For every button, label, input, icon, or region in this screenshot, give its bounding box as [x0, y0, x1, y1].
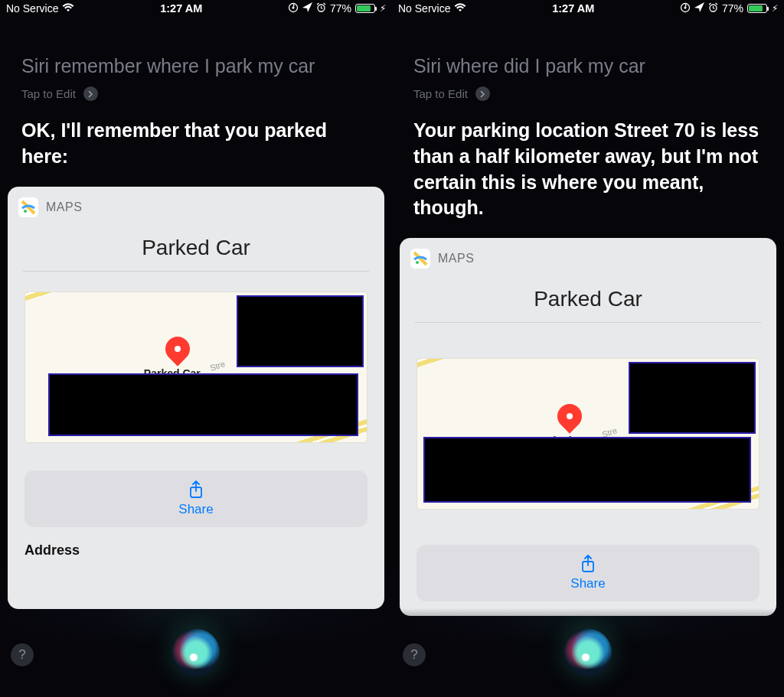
rotation-lock-icon — [288, 2, 299, 15]
siri-response-text: OK, I'll remember that you parked here: — [0, 101, 392, 170]
alarm-clock-icon — [316, 2, 326, 15]
card-app-label: MAPS — [438, 252, 474, 265]
battery-pct: 77% — [722, 2, 743, 15]
redacted-block — [48, 373, 358, 436]
street-label-fragment: Stre — [208, 359, 226, 373]
divider — [415, 322, 761, 323]
status-time: 1:27 AM — [160, 2, 202, 15]
card-title: Parked Car — [8, 225, 384, 271]
redacted-block — [629, 362, 756, 434]
card-title: Parked Car — [400, 276, 776, 322]
tap-to-edit-label: Tap to Edit — [21, 87, 76, 100]
status-bar: No Service 1:27 AM 77% ⚡︎ — [0, 0, 392, 17]
maps-card: MAPS Parked Car Parked Car Stre Share Ad… — [8, 187, 384, 609]
siri-orb-icon[interactable] — [172, 629, 220, 676]
alarm-clock-icon — [708, 2, 718, 15]
map-snapshot[interactable]: Parked Car Stre — [416, 358, 760, 510]
svg-point-4 — [24, 210, 27, 213]
siri-query-text: Siri remember where I park my car — [21, 55, 371, 77]
share-button[interactable]: Share — [416, 545, 760, 601]
siri-screen-remember: No Service 1:27 AM 77% ⚡︎ Siri remember … — [0, 0, 392, 697]
siri-bottom-bar: ? — [0, 608, 392, 697]
share-label: Share — [570, 576, 605, 591]
carrier-text: No Service — [6, 2, 58, 15]
svg-rect-1 — [292, 6, 295, 8]
share-icon — [580, 555, 596, 576]
battery-icon — [747, 4, 767, 13]
divider — [23, 271, 369, 272]
battery-icon — [355, 4, 375, 13]
wifi-icon — [62, 2, 74, 15]
tap-to-edit-label: Tap to Edit — [413, 87, 468, 100]
share-icon — [188, 480, 204, 502]
card-app-label: MAPS — [46, 200, 82, 214]
siri-screen-where: No Service 1:27 AM 77% ⚡︎ Siri where did… — [392, 0, 784, 697]
charging-bolt-icon: ⚡︎ — [772, 3, 778, 14]
maps-app-icon — [410, 249, 430, 269]
siri-orb-icon[interactable] — [564, 629, 612, 676]
svg-rect-7 — [684, 6, 687, 8]
status-bar: No Service 1:27 AM 77% ⚡︎ — [392, 0, 784, 17]
help-button[interactable]: ? — [403, 643, 426, 666]
charging-bolt-icon: ⚡︎ — [380, 3, 386, 14]
siri-bottom-bar: ? — [392, 608, 784, 697]
location-arrow-icon — [694, 2, 704, 15]
tap-to-edit[interactable]: Tap to Edit — [413, 86, 763, 101]
share-label: Share — [178, 502, 213, 517]
parked-car-pin: Parked Car — [165, 337, 190, 361]
rotation-lock-icon — [680, 2, 691, 15]
battery-pct: 77% — [330, 2, 351, 15]
redacted-block — [423, 437, 751, 503]
map-snapshot[interactable]: Parked Car Stre — [24, 292, 368, 443]
svg-point-10 — [416, 261, 419, 264]
share-button[interactable]: Share — [24, 471, 368, 527]
parked-car-pin: Parked Car — [557, 404, 582, 428]
wifi-icon — [454, 2, 466, 15]
location-arrow-icon — [302, 2, 312, 15]
siri-response-text: Your parking location Street 70 is less … — [392, 101, 784, 221]
chevron-right-icon — [83, 86, 98, 101]
maps-card: MAPS Parked Car Parked Car Stre Share — [400, 238, 776, 616]
status-time: 1:27 AM — [552, 2, 594, 15]
redacted-block — [237, 295, 364, 367]
help-button[interactable]: ? — [11, 643, 34, 666]
siri-query-text: Siri where did I park my car — [413, 55, 763, 77]
tap-to-edit[interactable]: Tap to Edit — [21, 86, 371, 101]
chevron-right-icon — [475, 86, 490, 101]
carrier-text: No Service — [398, 2, 450, 15]
address-section-label: Address — [8, 542, 384, 566]
maps-app-icon — [18, 197, 38, 217]
